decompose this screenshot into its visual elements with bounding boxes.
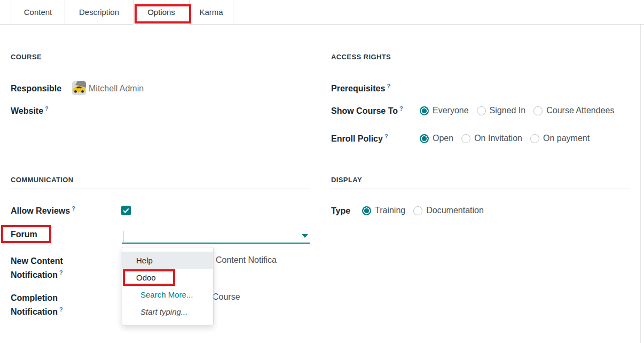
- enroll-policy-label: Enroll Policy?: [331, 134, 388, 144]
- completion-notification-value[interactable]: Course: [213, 292, 240, 302]
- radio-on-invitation-icon[interactable]: [461, 134, 470, 143]
- text-cursor: [123, 231, 123, 242]
- new-content-notification-help-icon[interactable]: ?: [59, 269, 63, 276]
- allow-reviews-checkbox[interactable]: [121, 206, 131, 215]
- prerequisites-help-icon[interactable]: ?: [387, 83, 390, 89]
- new-content-notification-label: New Content Notification?: [11, 254, 87, 282]
- yellow-sports-car-image: [72, 81, 86, 95]
- dropdown-start-typing-hint: Start typing...: [122, 303, 213, 320]
- tab-bar: Content Description Options Karma: [0, 0, 644, 25]
- radio-on-payment-icon[interactable]: [530, 134, 539, 143]
- show-course-to-help-icon[interactable]: ?: [399, 105, 403, 112]
- tab-options[interactable]: Options: [133, 0, 190, 24]
- type-options: Training Documentation: [362, 206, 484, 215]
- new-content-notification-value[interactable]: Content Notifica: [216, 255, 277, 265]
- responsible-value[interactable]: Mitchell Admin: [89, 84, 144, 93]
- access-rights-section-heading: ACCESS RIGHTS: [331, 53, 630, 66]
- option-signed-in[interactable]: Signed In: [477, 106, 526, 115]
- forum-dropdown-menu: Help Odoo Search More... Start typing...: [122, 247, 214, 325]
- tab-content[interactable]: Content: [11, 0, 65, 24]
- allow-reviews-help-icon[interactable]: ?: [72, 205, 75, 212]
- radio-open-icon[interactable]: [420, 134, 429, 143]
- option-open[interactable]: Open: [420, 134, 453, 143]
- dropdown-item-help[interactable]: Help: [122, 252, 213, 269]
- display-section-heading: DISPLAY: [331, 176, 630, 189]
- course-section-heading: COURSE: [11, 53, 310, 66]
- dropdown-caret-icon[interactable]: [302, 234, 308, 238]
- tab-karma[interactable]: Karma: [190, 0, 233, 24]
- dropdown-item-odoo[interactable]: Odoo: [122, 269, 213, 286]
- checkmark-icon: [123, 208, 129, 213]
- forum-label: Forum: [11, 229, 37, 240]
- show-course-to-options: Everyone Signed In Course Attendees: [420, 106, 614, 115]
- option-on-payment[interactable]: On payment: [530, 134, 590, 143]
- course-options-page: Content Description Options Karma COURSE…: [0, 0, 644, 343]
- enroll-policy-options: Open On Invitation On payment: [420, 134, 590, 143]
- allow-reviews-label: Allow Reviews?: [11, 206, 75, 216]
- forum-input[interactable]: [122, 230, 310, 244]
- type-label: Type: [331, 206, 350, 216]
- responsible-avatar[interactable]: [72, 81, 86, 95]
- radio-everyone-icon[interactable]: [420, 106, 429, 115]
- responsible-label: Responsible: [11, 83, 61, 94]
- option-training[interactable]: Training: [362, 206, 405, 215]
- completion-notification-help-icon[interactable]: ?: [59, 306, 63, 313]
- prerequisites-label: Prerequisites?: [331, 83, 390, 94]
- sheet-right-border: [640, 25, 641, 343]
- option-documentation[interactable]: Documentation: [413, 206, 484, 215]
- radio-course-attendees-icon[interactable]: [533, 106, 543, 115]
- radio-signed-in-icon[interactable]: [477, 106, 486, 115]
- tab-bar-spacer: [0, 0, 11, 24]
- completion-notification-label: Completion Notification?: [11, 291, 81, 319]
- communication-section-heading: COMMUNICATION: [11, 176, 310, 189]
- option-everyone[interactable]: Everyone: [420, 106, 469, 115]
- radio-training-icon[interactable]: [362, 206, 371, 215]
- show-course-to-label: Show Course To?: [331, 106, 403, 116]
- radio-documentation-icon[interactable]: [413, 206, 422, 215]
- option-course-attendees[interactable]: Course Attendees: [533, 106, 614, 115]
- enroll-policy-help-icon[interactable]: ?: [384, 133, 388, 139]
- option-on-invitation[interactable]: On Invitation: [461, 134, 522, 143]
- tab-description[interactable]: Description: [65, 0, 133, 24]
- website-label: Website?: [11, 106, 49, 116]
- dropdown-search-more[interactable]: Search More...: [122, 286, 213, 303]
- website-help-icon[interactable]: ?: [45, 105, 49, 112]
